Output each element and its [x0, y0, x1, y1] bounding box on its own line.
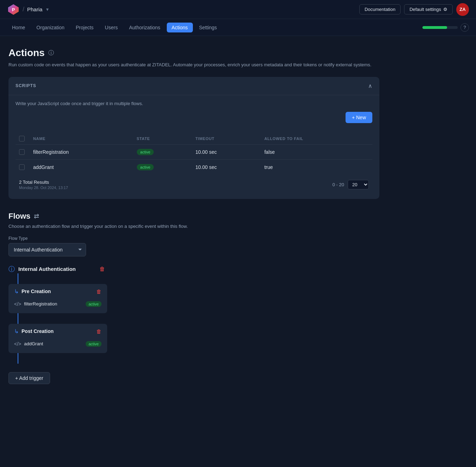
flow-trigger-icon-2: ↳: [14, 328, 19, 335]
scripts-table: NAME STATE TIMEOUT ALLOWED TO FAIL filte…: [16, 133, 372, 175]
flow-type-label: Flow Type: [8, 236, 379, 241]
scripts-card-body: Write your JavaScript code once and trig…: [8, 95, 379, 199]
row-state-0: active: [133, 144, 192, 159]
code-icon-2: </>: [14, 341, 21, 347]
flow-action-badge-2: active: [86, 341, 102, 347]
topbar-logo: P / Pharia ▼: [7, 3, 49, 16]
scripts-desc: Write your JavaScript code once and trig…: [16, 101, 372, 106]
flow-tree: ⓘ Internal Authentication 🗑 ↳ Pre Creati…: [8, 265, 379, 384]
topbar-project-name[interactable]: Pharia: [27, 6, 42, 12]
flows-icon: ⇄: [34, 212, 39, 220]
total-results: 2 Total Results: [19, 180, 68, 185]
flow-trigger-pre-creation: ↳ Pre Creation 🗑 </> filterRegistration …: [8, 284, 107, 313]
row-timeout-1: 10.00 sec: [192, 159, 261, 175]
page-title-row: Actions ⓘ: [8, 47, 379, 59]
flow-trigger-icon-1: ↳: [14, 288, 19, 295]
page-description: Run custom code on events that happen as…: [8, 61, 379, 68]
progress-bar-fill: [422, 26, 447, 29]
avatar[interactable]: ZA: [456, 3, 469, 16]
default-settings-button[interactable]: Default settings ⚙: [404, 4, 453, 14]
flow-action-name-2: addGrant: [24, 341, 43, 346]
table-row: addGrant active 10.00 sec true: [16, 159, 372, 175]
col-state: STATE: [133, 133, 192, 145]
flow-type-wrap: Internal Authentication External Authent…: [8, 243, 86, 256]
svg-text:P: P: [12, 7, 15, 12]
row-checkbox-1[interactable]: [19, 164, 25, 170]
topbar-right: Documentation Default settings ⚙ ZA: [359, 3, 469, 16]
page-title: Actions: [8, 47, 45, 59]
new-script-button[interactable]: + New: [346, 112, 372, 123]
pagination-info: 2 Total Results Monday 28. Oct 2024, 13:…: [19, 180, 68, 190]
row-checkbox-0[interactable]: [19, 149, 25, 155]
scripts-card: SCRIPTS ∧ Write your JavaScript code onc…: [8, 77, 379, 199]
flows-title-row: Flows ⇄: [8, 212, 379, 221]
topbar-slash: /: [23, 6, 24, 13]
row-state-1: active: [133, 159, 192, 175]
sidebar-item-home[interactable]: Home: [7, 23, 30, 32]
flow-type-select[interactable]: Internal Authentication External Authent…: [8, 243, 86, 256]
navbar: Home Organization Projects Users Authori…: [0, 19, 476, 36]
scripts-card-header: SCRIPTS ∧: [8, 77, 379, 95]
help-button[interactable]: ?: [460, 23, 469, 32]
page-size-select[interactable]: 20 50 100: [348, 180, 369, 189]
sidebar-item-authorizations[interactable]: Authorizations: [124, 23, 165, 32]
col-allowed-to-fail: ALLOWED TO FAIL: [261, 133, 372, 145]
pagination-range: 0 - 20: [332, 182, 344, 187]
flow-root-node: ⓘ Internal Authentication 🗑: [8, 265, 107, 273]
flow-action-row-1: </> filterRegistration active: [14, 299, 102, 309]
col-timeout: TIMEOUT: [192, 133, 261, 145]
flow-trigger-pre-creation-header: ↳ Pre Creation 🗑: [14, 288, 102, 295]
sidebar-item-projects[interactable]: Projects: [71, 23, 99, 32]
documentation-button[interactable]: Documentation: [359, 4, 401, 14]
flow-connector-2: [18, 313, 18, 324]
flow-trigger-delete-button-1[interactable]: 🗑: [96, 289, 102, 295]
sidebar-item-users[interactable]: Users: [100, 23, 123, 32]
row-name-0: filterRegistration: [30, 144, 133, 159]
flows-description: Choose an authentication flow and trigge…: [8, 224, 379, 229]
pagination-right: 0 - 20 20 50 100: [332, 180, 369, 189]
collapse-icon[interactable]: ∧: [368, 83, 372, 89]
code-icon-1: </>: [14, 301, 21, 307]
info-icon[interactable]: ⓘ: [48, 49, 54, 57]
select-all-checkbox[interactable]: [19, 136, 25, 141]
flow-action-row-2: </> addGrant active: [14, 339, 102, 349]
flow-trigger-label-1: Pre Creation: [22, 289, 51, 294]
table-footer: 2 Total Results Monday 28. Oct 2024, 13:…: [16, 175, 372, 193]
flow-root-label: Internal Authentication: [18, 266, 76, 272]
sidebar-item-organization[interactable]: Organization: [31, 23, 69, 32]
nav-items: Home Organization Projects Users Authori…: [7, 23, 422, 32]
row-name-1: addGrant: [30, 159, 133, 175]
flow-root-delete-button[interactable]: 🗑: [97, 265, 107, 273]
flow-action-badge-1: active: [86, 301, 102, 307]
gear-icon: ⚙: [443, 7, 447, 12]
settings-label: Default settings: [409, 7, 441, 12]
flow-connector-3: [18, 353, 18, 364]
topbar: P / Pharia ▼ Documentation Default setti…: [0, 0, 476, 19]
main-content: Actions ⓘ Run custom code on events that…: [0, 36, 388, 395]
row-timeout-0: 10.00 sec: [192, 144, 261, 159]
nav-right: ?: [422, 23, 469, 32]
flow-action-name-1: filterRegistration: [24, 301, 57, 307]
flow-trigger-post-creation-header: ↳ Post Creation 🗑: [14, 328, 102, 335]
flow-trigger-post-creation: ↳ Post Creation 🗑 </> addGrant active: [8, 324, 107, 353]
row-allowed-to-fail-1: true: [261, 159, 372, 175]
sidebar-item-settings[interactable]: Settings: [194, 23, 222, 32]
col-name: NAME: [30, 133, 133, 145]
sidebar-item-actions[interactable]: Actions: [167, 23, 193, 32]
progress-bar: [422, 26, 458, 29]
row-allowed-to-fail-0: false: [261, 144, 372, 159]
total-date: Monday 28. Oct 2024, 13:17: [19, 186, 68, 190]
flows-title: Flows: [8, 212, 30, 221]
app-logo-icon: P: [7, 3, 20, 16]
flow-trigger-label-2: Post Creation: [22, 328, 54, 334]
flow-connector-1: [18, 273, 18, 284]
flow-trigger-delete-button-2[interactable]: 🗑: [96, 328, 102, 334]
table-row: filterRegistration active 10.00 sec fals…: [16, 144, 372, 159]
scripts-section-title: SCRIPTS: [16, 83, 36, 88]
project-chevron-icon[interactable]: ▼: [45, 7, 49, 12]
flow-root-icon: ⓘ: [8, 265, 15, 273]
flows-section: Flows ⇄ Choose an authentication flow an…: [8, 212, 379, 384]
add-trigger-button[interactable]: + Add trigger: [8, 372, 50, 384]
